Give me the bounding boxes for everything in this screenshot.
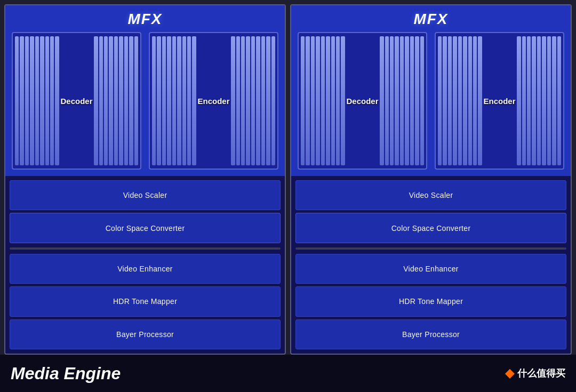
mfx-section-left: MFX Decoder <box>5 5 285 176</box>
features-divider-right <box>295 247 566 250</box>
site-logo: ◆ 什么值得买 <box>505 366 565 380</box>
encoder-chip-left: Encoder <box>149 32 278 170</box>
feature-bayer-left: Bayer Processor <box>10 319 281 349</box>
feature-bayer-right: Bayer Processor <box>295 319 566 349</box>
feature-video-scaler-right: Video Scaler <box>295 180 566 210</box>
page-title: Media Engine <box>11 364 121 383</box>
encoder-lines-left-r <box>436 33 484 169</box>
panels-row: MFX Decoder <box>4 4 572 355</box>
features-section-left: Video Scaler Color Space Converter Video… <box>5 176 285 354</box>
panel-left: MFX Decoder <box>4 4 286 355</box>
encoder-label-left: Encoder <box>197 97 229 106</box>
decoder-label-right: Decoder <box>346 97 378 106</box>
decoder-label-left: Decoder <box>60 97 92 106</box>
feature-video-enhancer-left: Video Enhancer <box>10 254 281 284</box>
mfx-title-left: MFX <box>127 11 162 28</box>
mfx-section-right: MFX Decoder <box>291 5 571 176</box>
feature-video-scaler-left: Video Scaler <box>10 180 281 210</box>
panel-right: MFX Decoder <box>290 4 572 355</box>
logo-icon: ◆ <box>505 366 514 380</box>
decoder-chip-right: Decoder <box>298 32 427 170</box>
feature-color-space-left: Color Space Converter <box>10 213 281 243</box>
encoder-lines-right <box>229 33 277 169</box>
bottom-bar: Media Engine ◆ 什么值得买 <box>0 355 576 392</box>
encoder-chip-right: Encoder <box>435 32 564 170</box>
encoder-lines-left <box>150 33 198 169</box>
features-divider-left <box>10 247 281 250</box>
mfx-chips-row-left: Decoder Encod <box>12 32 278 170</box>
feature-hdr-tone-right: HDR Tone Mapper <box>295 286 566 316</box>
decoder-lines-right <box>92 33 140 169</box>
feature-color-space-right: Color Space Converter <box>295 213 566 243</box>
mfx-chips-row-right: Decoder Encod <box>298 32 564 170</box>
mfx-title-right: MFX <box>413 11 448 28</box>
decoder-lines-right-r <box>378 33 426 169</box>
encoder-lines-right-r <box>515 33 563 169</box>
feature-hdr-tone-left: HDR Tone Mapper <box>10 286 281 316</box>
features-section-right: Video Scaler Color Space Converter Video… <box>291 176 571 354</box>
decoder-lines-left <box>13 33 61 169</box>
feature-video-enhancer-right: Video Enhancer <box>295 254 566 284</box>
decoder-lines-left-r <box>299 33 347 169</box>
decoder-chip-left: Decoder <box>12 32 141 170</box>
outer-wrapper: MFX Decoder <box>0 0 576 355</box>
encoder-label-right: Encoder <box>483 97 515 106</box>
logo-text: 什么值得买 <box>517 367 565 380</box>
